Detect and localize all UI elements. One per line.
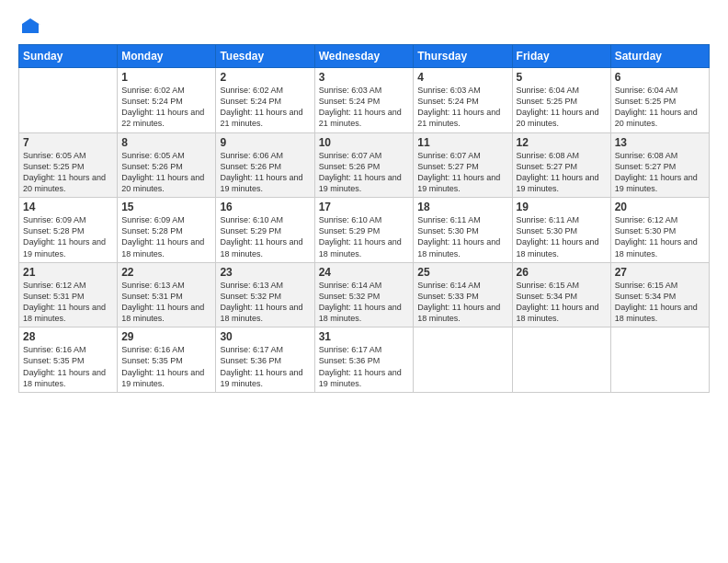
day-info: Sunrise: 6:13 AM Sunset: 5:31 PM Dayligh… bbox=[121, 280, 211, 325]
calendar-cell: 22Sunrise: 6:13 AM Sunset: 5:31 PM Dayli… bbox=[118, 262, 216, 327]
day-number: 7 bbox=[23, 136, 113, 149]
calendar-cell: 31Sunrise: 6:17 AM Sunset: 5:36 PM Dayli… bbox=[314, 327, 414, 393]
day-number: 6 bbox=[615, 71, 705, 84]
calendar-cell: 23Sunrise: 6:13 AM Sunset: 5:32 PM Dayli… bbox=[216, 262, 314, 327]
day-number: 27 bbox=[615, 266, 705, 279]
day-info: Sunrise: 6:07 AM Sunset: 5:26 PM Dayligh… bbox=[319, 150, 410, 195]
day-number: 30 bbox=[220, 330, 310, 343]
day-number: 25 bbox=[417, 266, 507, 279]
weekday-monday: Monday bbox=[118, 45, 216, 68]
weekday-sunday: Sunday bbox=[19, 45, 118, 68]
day-info: Sunrise: 6:03 AM Sunset: 5:24 PM Dayligh… bbox=[417, 85, 507, 130]
day-info: Sunrise: 6:04 AM Sunset: 5:25 PM Dayligh… bbox=[517, 85, 607, 130]
calendar-cell: 25Sunrise: 6:14 AM Sunset: 5:33 PM Dayli… bbox=[414, 262, 512, 327]
day-number: 3 bbox=[319, 71, 410, 84]
day-number: 19 bbox=[517, 201, 607, 213]
calendar-cell: 12Sunrise: 6:08 AM Sunset: 5:27 PM Dayli… bbox=[512, 132, 610, 198]
day-number: 15 bbox=[121, 201, 211, 213]
calendar-cell: 10Sunrise: 6:07 AM Sunset: 5:26 PM Dayli… bbox=[314, 132, 414, 198]
weekday-thursday: Thursday bbox=[414, 45, 512, 68]
calendar-cell bbox=[414, 327, 512, 393]
day-info: Sunrise: 6:16 AM Sunset: 5:35 PM Dayligh… bbox=[121, 344, 211, 389]
day-number: 28 bbox=[23, 330, 113, 343]
day-info: Sunrise: 6:12 AM Sunset: 5:30 PM Dayligh… bbox=[615, 214, 705, 259]
day-info: Sunrise: 6:09 AM Sunset: 5:28 PM Dayligh… bbox=[121, 214, 211, 259]
page: SundayMondayTuesdayWednesdayThursdayFrid… bbox=[0, 0, 728, 563]
day-info: Sunrise: 6:05 AM Sunset: 5:25 PM Dayligh… bbox=[23, 150, 113, 195]
calendar-cell bbox=[19, 68, 118, 133]
header bbox=[18, 17, 710, 37]
calendar-cell: 16Sunrise: 6:10 AM Sunset: 5:29 PM Dayli… bbox=[216, 198, 314, 263]
calendar-cell: 17Sunrise: 6:10 AM Sunset: 5:29 PM Dayli… bbox=[314, 198, 414, 263]
day-number: 2 bbox=[220, 71, 310, 84]
day-info: Sunrise: 6:09 AM Sunset: 5:28 PM Dayligh… bbox=[23, 214, 113, 259]
day-number: 10 bbox=[319, 136, 410, 149]
calendar-week-2: 7Sunrise: 6:05 AM Sunset: 5:25 PM Daylig… bbox=[19, 132, 710, 198]
day-number: 29 bbox=[121, 330, 211, 343]
day-number: 20 bbox=[615, 201, 705, 213]
day-info: Sunrise: 6:17 AM Sunset: 5:36 PM Dayligh… bbox=[220, 344, 310, 389]
day-info: Sunrise: 6:03 AM Sunset: 5:24 PM Dayligh… bbox=[319, 85, 410, 130]
day-info: Sunrise: 6:04 AM Sunset: 5:25 PM Dayligh… bbox=[615, 85, 705, 130]
weekday-wednesday: Wednesday bbox=[314, 45, 414, 68]
calendar-cell: 14Sunrise: 6:09 AM Sunset: 5:28 PM Dayli… bbox=[19, 198, 118, 263]
day-info: Sunrise: 6:06 AM Sunset: 5:26 PM Dayligh… bbox=[220, 150, 310, 195]
day-info: Sunrise: 6:13 AM Sunset: 5:32 PM Dayligh… bbox=[220, 280, 310, 325]
calendar-cell: 6Sunrise: 6:04 AM Sunset: 5:25 PM Daylig… bbox=[610, 68, 709, 133]
calendar-cell: 9Sunrise: 6:06 AM Sunset: 5:26 PM Daylig… bbox=[216, 132, 314, 198]
calendar-cell: 1Sunrise: 6:02 AM Sunset: 5:24 PM Daylig… bbox=[118, 68, 216, 133]
calendar-cell: 26Sunrise: 6:15 AM Sunset: 5:34 PM Dayli… bbox=[512, 262, 610, 327]
calendar-cell: 3Sunrise: 6:03 AM Sunset: 5:24 PM Daylig… bbox=[314, 68, 414, 133]
calendar-cell: 11Sunrise: 6:07 AM Sunset: 5:27 PM Dayli… bbox=[414, 132, 512, 198]
calendar-cell: 5Sunrise: 6:04 AM Sunset: 5:25 PM Daylig… bbox=[512, 68, 610, 133]
day-info: Sunrise: 6:12 AM Sunset: 5:31 PM Dayligh… bbox=[23, 280, 113, 325]
day-number: 31 bbox=[319, 330, 410, 343]
day-number: 21 bbox=[23, 266, 113, 279]
day-info: Sunrise: 6:05 AM Sunset: 5:26 PM Dayligh… bbox=[121, 150, 211, 195]
day-number: 8 bbox=[121, 136, 211, 149]
day-number: 26 bbox=[517, 266, 607, 279]
calendar-cell: 15Sunrise: 6:09 AM Sunset: 5:28 PM Dayli… bbox=[118, 198, 216, 263]
calendar-cell: 7Sunrise: 6:05 AM Sunset: 5:25 PM Daylig… bbox=[19, 132, 118, 198]
day-number: 16 bbox=[220, 201, 310, 213]
day-info: Sunrise: 6:08 AM Sunset: 5:27 PM Dayligh… bbox=[615, 150, 705, 195]
calendar-week-1: 1Sunrise: 6:02 AM Sunset: 5:24 PM Daylig… bbox=[19, 68, 710, 133]
calendar-cell: 18Sunrise: 6:11 AM Sunset: 5:30 PM Dayli… bbox=[414, 198, 512, 263]
calendar-week-5: 28Sunrise: 6:16 AM Sunset: 5:35 PM Dayli… bbox=[19, 327, 710, 393]
weekday-friday: Friday bbox=[512, 45, 610, 68]
calendar-cell: 29Sunrise: 6:16 AM Sunset: 5:35 PM Dayli… bbox=[118, 327, 216, 393]
calendar-cell bbox=[512, 327, 610, 393]
weekday-saturday: Saturday bbox=[610, 45, 709, 68]
calendar-cell bbox=[610, 327, 709, 393]
day-number: 5 bbox=[517, 71, 607, 84]
calendar-week-3: 14Sunrise: 6:09 AM Sunset: 5:28 PM Dayli… bbox=[19, 198, 710, 263]
day-info: Sunrise: 6:11 AM Sunset: 5:30 PM Dayligh… bbox=[417, 214, 507, 259]
calendar-cell: 4Sunrise: 6:03 AM Sunset: 5:24 PM Daylig… bbox=[414, 68, 512, 133]
calendar: SundayMondayTuesdayWednesdayThursdayFrid… bbox=[18, 44, 710, 393]
day-number: 11 bbox=[417, 136, 507, 149]
day-info: Sunrise: 6:16 AM Sunset: 5:35 PM Dayligh… bbox=[23, 344, 113, 389]
day-info: Sunrise: 6:15 AM Sunset: 5:34 PM Dayligh… bbox=[615, 280, 705, 325]
day-info: Sunrise: 6:02 AM Sunset: 5:24 PM Dayligh… bbox=[121, 85, 211, 130]
day-info: Sunrise: 6:08 AM Sunset: 5:27 PM Dayligh… bbox=[517, 150, 607, 195]
day-number: 1 bbox=[121, 71, 211, 84]
day-info: Sunrise: 6:10 AM Sunset: 5:29 PM Dayligh… bbox=[319, 214, 410, 259]
day-info: Sunrise: 6:14 AM Sunset: 5:33 PM Dayligh… bbox=[417, 280, 507, 325]
day-number: 18 bbox=[417, 201, 507, 213]
day-number: 14 bbox=[23, 201, 113, 213]
day-info: Sunrise: 6:15 AM Sunset: 5:34 PM Dayligh… bbox=[517, 280, 607, 325]
day-info: Sunrise: 6:10 AM Sunset: 5:29 PM Dayligh… bbox=[220, 214, 310, 259]
day-number: 13 bbox=[615, 136, 705, 149]
calendar-cell: 24Sunrise: 6:14 AM Sunset: 5:32 PM Dayli… bbox=[314, 262, 414, 327]
day-number: 24 bbox=[319, 266, 410, 279]
day-number: 17 bbox=[319, 201, 410, 213]
day-info: Sunrise: 6:02 AM Sunset: 5:24 PM Dayligh… bbox=[220, 85, 310, 130]
calendar-cell: 8Sunrise: 6:05 AM Sunset: 5:26 PM Daylig… bbox=[118, 132, 216, 198]
calendar-cell: 13Sunrise: 6:08 AM Sunset: 5:27 PM Dayli… bbox=[610, 132, 709, 198]
day-number: 23 bbox=[220, 266, 310, 279]
logo bbox=[18, 17, 40, 37]
svg-marker-0 bbox=[22, 18, 39, 33]
weekday-header-row: SundayMondayTuesdayWednesdayThursdayFrid… bbox=[19, 45, 710, 68]
calendar-cell: 27Sunrise: 6:15 AM Sunset: 5:34 PM Dayli… bbox=[610, 262, 709, 327]
calendar-cell: 30Sunrise: 6:17 AM Sunset: 5:36 PM Dayli… bbox=[216, 327, 314, 393]
